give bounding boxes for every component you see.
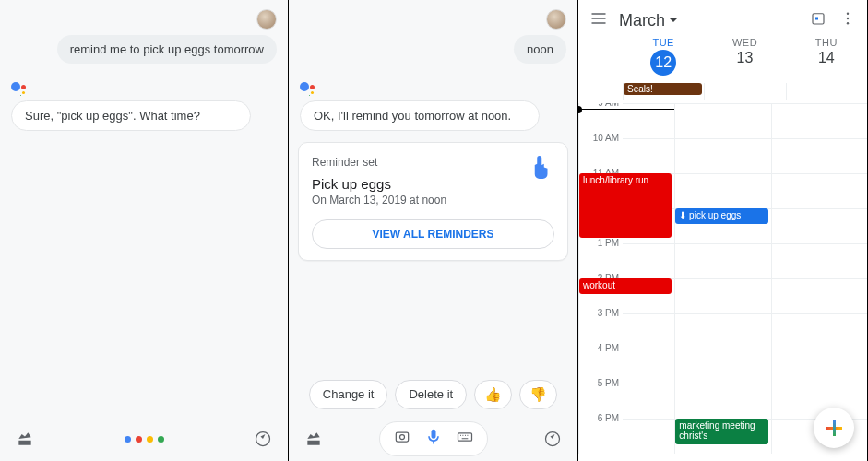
suggestion-chips: Change it Delete it 👍 👎	[289, 380, 577, 409]
updates-icon[interactable]	[303, 429, 324, 449]
explore-icon[interactable]	[253, 429, 273, 449]
chevron-down-icon	[669, 16, 678, 25]
day-name: WED	[704, 37, 785, 48]
lens-icon[interactable]	[393, 428, 411, 450]
hour-label: 1 PM	[578, 238, 619, 248]
mic-icon[interactable]	[424, 428, 443, 450]
updates-icon[interactable]	[15, 429, 35, 449]
bottom-bar	[0, 417, 288, 461]
user-message: noon	[514, 35, 566, 64]
assistant-logo-icon	[11, 82, 26, 97]
month-picker[interactable]: March	[619, 11, 678, 30]
hour-line	[623, 138, 867, 139]
svg-rect-6	[815, 18, 818, 20]
calendar-event[interactable]: lunch/library run	[579, 173, 672, 238]
input-controls	[379, 421, 488, 456]
day-name: TUE	[623, 37, 704, 48]
day-number: 14	[786, 50, 867, 66]
card-title: Pick up eggs	[312, 176, 554, 192]
hour-line	[623, 384, 867, 384]
user-message: remind me to pick up eggs tomorrow	[57, 35, 277, 64]
day-number: 13	[704, 50, 785, 66]
chip-delete-it[interactable]: Delete it	[395, 380, 467, 409]
chat-header	[0, 0, 288, 30]
svg-point-2	[399, 435, 404, 440]
plus-icon	[826, 420, 842, 436]
month-label-text: March	[619, 11, 665, 30]
svg-point-8	[847, 18, 849, 19]
chat-header	[289, 0, 577, 30]
card-header: Reminder set	[312, 156, 554, 169]
now-indicator	[578, 109, 674, 110]
allday-cell[interactable]: Seals!	[623, 83, 704, 100]
calendar-event[interactable]: workout	[579, 278, 672, 294]
keyboard-icon[interactable]	[456, 428, 474, 450]
calendar-panel: March TUE12WED13THU14 Seals! 9 AM10 AM11…	[578, 0, 868, 461]
days-row: TUE12WED13THU14	[578, 37, 867, 83]
assistant-panel-1: remind me to pick up eggs tomorrow Sure,…	[0, 0, 289, 461]
hour-line	[623, 103, 867, 104]
more-icon[interactable]	[839, 10, 856, 30]
allday-row: Seals!	[578, 83, 867, 100]
user-avatar[interactable]	[256, 9, 277, 30]
allday-cell[interactable]	[786, 83, 867, 100]
calendar-event[interactable]: marketing meeting christ's	[675, 419, 767, 444]
hour-label: 5 PM	[578, 378, 619, 388]
assistant-message: OK, I'll remind you tomorrow at noon.	[300, 100, 540, 131]
hour-line	[623, 243, 867, 244]
day-number: 12	[650, 50, 676, 76]
card-subtitle: On March 13, 2019 at noon	[312, 194, 554, 207]
explore-icon[interactable]	[542, 429, 563, 449]
assistant-row	[300, 77, 566, 97]
column-line	[674, 103, 675, 454]
calendar-header: March	[578, 0, 867, 37]
assistant-row	[11, 77, 277, 97]
hour-label: 4 PM	[578, 343, 619, 353]
column-line	[771, 103, 772, 454]
assistant-panel-2: noon OK, I'll remind you tomorrow at noo…	[289, 0, 578, 461]
day-column[interactable]: THU14	[786, 37, 867, 76]
reminder-card: Reminder set Pick up eggs On March 13, 2…	[298, 142, 568, 261]
chip-thumbs-up[interactable]: 👍	[474, 380, 512, 409]
day-column[interactable]: WED13	[704, 37, 785, 76]
svg-point-9	[847, 22, 849, 24]
reminder-hand-icon	[527, 156, 554, 183]
hour-label: 9 AM	[578, 103, 619, 108]
svg-point-7	[847, 13, 849, 15]
calendar-grid[interactable]: 9 AM10 AM11 AM12 PM1 PM2 PM3 PM4 PM5 PM6…	[578, 103, 867, 454]
hour-label: 3 PM	[578, 308, 619, 318]
hour-line	[623, 313, 867, 314]
chip-change-it[interactable]: Change it	[309, 380, 388, 409]
menu-icon[interactable]	[589, 9, 608, 31]
chip-thumbs-down[interactable]: 👎	[519, 380, 557, 409]
google-dots-icon[interactable]	[125, 436, 164, 443]
allday-event[interactable]: Seals!	[624, 83, 702, 95]
assistant-logo-icon	[300, 82, 315, 97]
bottom-bar	[289, 417, 577, 461]
allday-cell[interactable]	[704, 83, 785, 100]
today-icon[interactable]	[810, 10, 826, 30]
svg-rect-1	[396, 432, 408, 442]
calendar-event[interactable]: ⬇ pick up eggs	[675, 208, 767, 224]
day-name: THU	[786, 37, 867, 48]
user-avatar[interactable]	[546, 9, 566, 30]
svg-rect-3	[458, 433, 471, 441]
create-event-fab[interactable]	[814, 408, 854, 448]
hour-line	[623, 349, 867, 349]
hour-label: 10 AM	[578, 133, 619, 143]
assistant-message: Sure, "pick up eggs". What time?	[11, 100, 251, 131]
view-all-reminders-button[interactable]: VIEW ALL REMINDERS	[312, 219, 554, 249]
day-column[interactable]: TUE12	[623, 37, 704, 76]
hour-label: 6 PM	[578, 413, 619, 423]
